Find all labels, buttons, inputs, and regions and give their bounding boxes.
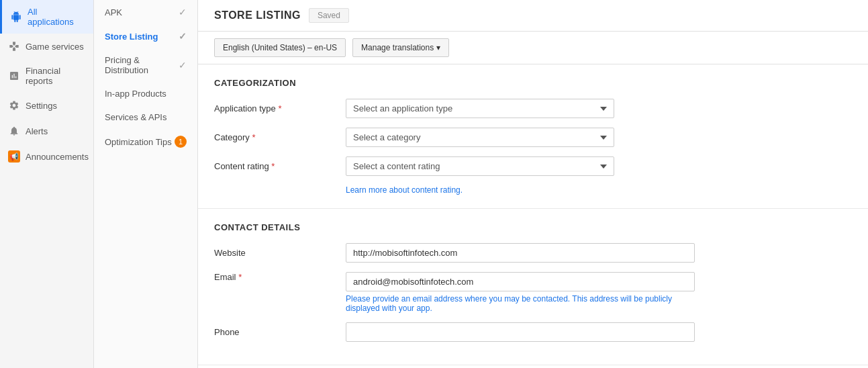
sidebar-item-financial-reports[interactable]: Financial reports <box>0 59 93 93</box>
left-nav-label-pricing-distribution: Pricing & Distribution <box>105 55 179 75</box>
chart-icon <box>8 70 20 82</box>
sidebar-item-all-applications[interactable]: All applications <box>0 0 93 34</box>
check-icon-pricing: ✓ <box>179 60 187 71</box>
content-rating-control: Select a content rating <box>346 156 614 176</box>
left-nav-item-apk[interactable]: APK ✓ <box>94 0 197 24</box>
category-select[interactable]: Select a category <box>346 128 614 147</box>
left-nav-item-in-app-products[interactable]: In-app Products <box>94 82 197 105</box>
left-nav-label-apk: APK <box>105 7 122 17</box>
megaphone-icon: 📢 <box>8 150 20 163</box>
sidebar-item-game-services[interactable]: Game services <box>0 34 93 59</box>
phone-label: Phone <box>214 327 335 337</box>
phone-control <box>346 322 695 342</box>
gear-icon <box>8 99 20 111</box>
left-nav-label-store-listing: Store Listing <box>105 32 158 42</box>
left-nav-item-services-apis[interactable]: Services & APIs <box>94 105 197 129</box>
email-input[interactable] <box>346 272 695 291</box>
sidebar-label-financial-reports: Financial reports <box>26 66 85 86</box>
application-type-row: Application type * Select an application… <box>214 99 852 118</box>
category-control: Select a category <box>346 128 614 147</box>
sidebar: All applications Game services Financial… <box>0 0 94 368</box>
website-row: Website <box>214 243 852 263</box>
application-type-control: Select an application type <box>346 99 614 118</box>
saved-badge: Saved <box>309 8 349 23</box>
privacy-policy-section: PRIVACY POLICY * If you wish to provide … <box>198 365 868 368</box>
contact-details-title: CONTACT DETAILS <box>214 222 852 232</box>
page-title: STORE LISTING <box>214 9 301 21</box>
email-row: Email * Please provide an email address … <box>214 272 852 313</box>
website-control <box>346 243 695 263</box>
email-label: Email * <box>214 272 335 282</box>
bell-icon <box>8 125 20 137</box>
phone-input[interactable] <box>346 322 695 342</box>
email-help-text: Please provide an email address where yo… <box>346 294 695 313</box>
sidebar-item-settings[interactable]: Settings <box>0 93 93 118</box>
manage-translations-button[interactable]: Manage translations ▾ <box>352 38 449 57</box>
categorization-section: CATEGORIZATION Application type * Select… <box>198 64 868 209</box>
left-nav-item-store-listing[interactable]: Store Listing ✓ <box>94 24 197 48</box>
left-nav-label-optimization-tips: Optimization Tips <box>105 137 172 147</box>
category-required: * <box>252 132 255 142</box>
content-rating-select[interactable]: Select a content rating <box>346 156 614 176</box>
phone-row: Phone <box>214 322 852 342</box>
sidebar-label-alerts: Alerts <box>26 126 48 136</box>
content-rating-required: * <box>271 161 275 171</box>
content-rating-row: Content rating * Select a content rating <box>214 156 852 176</box>
website-label: Website <box>214 248 335 258</box>
manage-translations-label: Manage translations <box>361 43 434 52</box>
language-button[interactable]: English (United States) – en-US <box>214 38 346 57</box>
android-icon <box>10 11 22 23</box>
dropdown-arrow-icon: ▾ <box>436 43 440 52</box>
left-nav-label-services-apis: Services & APIs <box>105 112 166 122</box>
left-nav-label-in-app-products: In-app Products <box>105 89 166 99</box>
application-type-select[interactable]: Select an application type <box>346 99 614 118</box>
category-label: Category * <box>214 132 335 142</box>
website-input[interactable] <box>346 243 695 263</box>
top-bar: STORE LISTING Saved <box>198 0 868 32</box>
sidebar-label-announcements: Announcements <box>26 152 89 162</box>
left-nav-item-optimization-tips[interactable]: Optimization Tips 1 <box>94 129 197 154</box>
email-required: * <box>238 272 242 282</box>
main-content: STORE LISTING Saved English (United Stat… <box>198 0 868 368</box>
application-type-required: * <box>278 103 281 113</box>
check-icon-store-listing: ✓ <box>179 31 187 42</box>
email-control: Please provide an email address where yo… <box>346 272 695 313</box>
sidebar-label-all-applications: All applications <box>28 7 85 27</box>
content-rating-learn-more[interactable]: Learn more about content rating. <box>346 185 852 195</box>
contact-details-section: CONTACT DETAILS Website Email * Please p… <box>198 209 868 365</box>
content-rating-label: Content rating * <box>214 161 335 171</box>
game-icon <box>8 40 20 52</box>
sidebar-label-settings: Settings <box>26 101 57 111</box>
categorization-title: CATEGORIZATION <box>214 78 852 88</box>
sidebar-item-announcements[interactable]: 📢 Announcements <box>0 144 93 169</box>
left-nav-item-pricing-distribution[interactable]: Pricing & Distribution ✓ <box>94 48 197 82</box>
sidebar-item-alerts[interactable]: Alerts <box>0 118 93 144</box>
left-nav: APK ✓ Store Listing ✓ Pricing & Distribu… <box>94 0 198 368</box>
application-type-label: Application type * <box>214 103 335 113</box>
category-row: Category * Select a category <box>214 128 852 147</box>
optimization-badge: 1 <box>175 136 187 148</box>
sidebar-label-game-services: Game services <box>26 42 84 52</box>
lang-bar: English (United States) – en-US Manage t… <box>198 32 868 64</box>
check-icon-apk: ✓ <box>179 7 187 17</box>
